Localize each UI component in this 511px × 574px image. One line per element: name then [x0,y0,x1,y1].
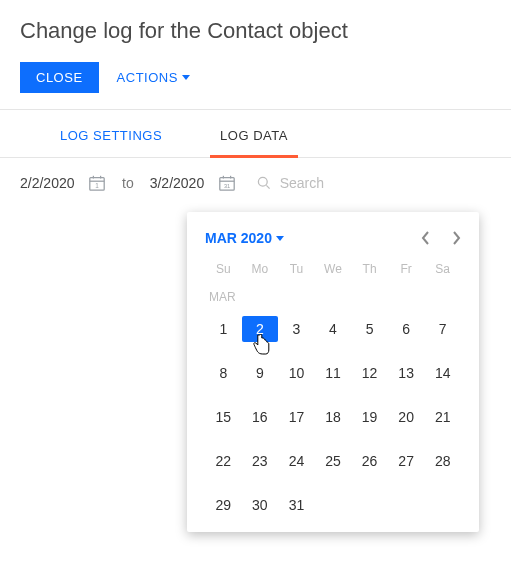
prev-month-button[interactable] [421,231,431,245]
calendar-day[interactable]: 7 [424,316,461,342]
month-year-label: MAR 2020 [205,230,272,246]
calendar-day[interactable]: 27 [388,448,425,474]
calendar-day[interactable]: 2 [242,316,279,342]
search-icon [256,175,272,191]
search-input[interactable] [280,175,380,191]
actions-menu[interactable]: ACTIONS [117,70,190,85]
calendar-day[interactable]: 3 [278,316,315,342]
calendar-day[interactable]: 1 [205,316,242,342]
chevron-down-icon [182,75,190,80]
calendar-day[interactable]: 26 [351,448,388,474]
close-button[interactable]: CLOSE [20,62,99,93]
date-to-field[interactable]: 3/2/2020 31 [150,174,236,192]
calendar-day[interactable]: 5 [351,316,388,342]
calendar-day[interactable]: 20 [388,404,425,430]
dow-cell: Fr [388,262,425,276]
to-label: to [116,175,140,191]
date-from-value: 2/2/2020 [20,175,82,191]
month-year-selector[interactable]: MAR 2020 [205,230,284,246]
page-title: Change log for the Contact object [20,18,491,44]
calendar-day[interactable]: 25 [315,448,352,474]
calendar-day[interactable]: 31 [278,492,315,518]
svg-line-11 [266,185,269,188]
calendar-day[interactable]: 21 [424,404,461,430]
calendar-day[interactable]: 17 [278,404,315,430]
month-section-label: MAR [209,290,461,304]
calendar-day[interactable]: 28 [424,448,461,474]
svg-text:31: 31 [224,183,230,189]
next-month-button[interactable] [451,231,461,245]
calendar-day[interactable]: 6 [388,316,425,342]
date-from-field[interactable]: 2/2/2020 1 [20,174,106,192]
calendar-to-icon[interactable]: 31 [218,174,236,192]
calendar-grid: 1234567891011121314151617181920212223242… [205,316,461,518]
date-to-value: 3/2/2020 [150,175,212,191]
day-of-week-header: SuMoTuWeThFrSa [205,262,461,276]
dow-cell: Th [351,262,388,276]
dow-cell: Mo [242,262,279,276]
calendar-day[interactable]: 8 [205,360,242,386]
calendar-day[interactable]: 4 [315,316,352,342]
calendar-day[interactable]: 18 [315,404,352,430]
dow-cell: Su [205,262,242,276]
calendar-day[interactable]: 14 [424,360,461,386]
calendar-day[interactable]: 15 [205,404,242,430]
calendar-day[interactable]: 19 [351,404,388,430]
calendar-from-icon[interactable]: 1 [88,174,106,192]
dow-cell: Tu [278,262,315,276]
calendar-day[interactable]: 9 [242,360,279,386]
calendar-day[interactable]: 11 [315,360,352,386]
dow-cell: Sa [424,262,461,276]
datepicker-popup: MAR 2020 SuMoTuWeThFrSa MAR 123456789101… [187,212,479,532]
actions-label: ACTIONS [117,70,178,85]
calendar-day[interactable]: 10 [278,360,315,386]
tab-log-data[interactable]: LOG DATA [210,128,298,158]
calendar-day[interactable]: 22 [205,448,242,474]
svg-point-10 [258,177,267,186]
calendar-day[interactable]: 13 [388,360,425,386]
calendar-day[interactable]: 23 [242,448,279,474]
calendar-day[interactable]: 16 [242,404,279,430]
svg-text:1: 1 [95,182,99,189]
calendar-day[interactable]: 30 [242,492,279,518]
tab-log-settings[interactable]: LOG SETTINGS [50,128,172,158]
calendar-day[interactable]: 12 [351,360,388,386]
dow-cell: We [315,262,352,276]
calendar-day[interactable]: 24 [278,448,315,474]
calendar-day[interactable]: 29 [205,492,242,518]
chevron-down-icon [276,236,284,241]
